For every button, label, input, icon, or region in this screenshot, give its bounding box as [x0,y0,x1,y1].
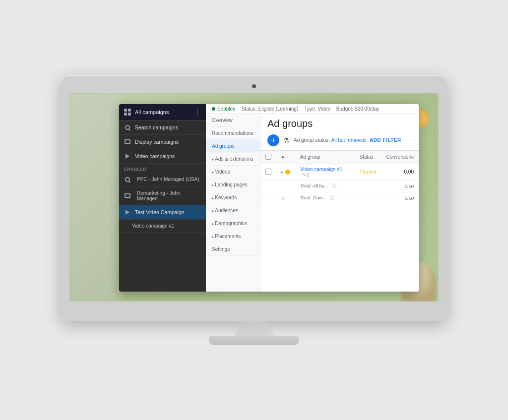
sidebar-section-enabled: Enabled [119,164,206,173]
sub-nav: Overview Recommendations Ad groups Ads &… [206,114,260,292]
col-ad-group: Ad group [295,151,354,164]
row-status-icon-cell: ▸ [276,164,295,180]
subnav-demographics[interactable]: Demographics [206,217,260,230]
filter-bar: + ⚗ Ad group status: All but removed ADD… [267,132,412,148]
total-bu-info-icon[interactable]: ⓘ [331,183,336,188]
sidebar-title: All campaigns [135,109,194,115]
row-expand-icon[interactable]: ▸ [281,170,284,175]
subnav-landing-pages-label: Landing pages [215,182,248,187]
total-row-bu: Total: All bu... ⓘ 0.00 [260,180,419,192]
sidebar-campaign-video1-label: Video campaign #1 [130,223,174,229]
sidebar-campaign-test-video[interactable]: Test Video Campaign [119,205,206,220]
col-checkbox [260,151,276,164]
subnav-keywords-label: Keywords [215,195,237,200]
top-bar: Enabled Status: Eligible (Learning) Type… [206,104,419,114]
test-video-icon [124,209,131,216]
total-cam-conversions: 0.00 [381,192,419,204]
status-enabled-label: Enabled [217,106,236,112]
screen-bezel: All campaigns ⋮ Search campaigns [61,75,447,321]
subnav-settings[interactable]: Settings [206,243,260,256]
mid-nav: Overview Recommendations Ad groups Ads &… [206,114,419,292]
sidebar-campaign-ppc-label: PPC - John Managed (USA) [135,177,199,182]
total-bu-conversions: 0.00 [381,180,419,192]
subnav-videos-label: Videos [215,169,230,175]
screen: All campaigns ⋮ Search campaigns [69,93,439,301]
subnav-ads-extensions[interactable]: Ads & extensions [206,153,260,166]
subnav-landing-pages[interactable]: Landing pages [206,179,260,191]
subnav-overview-label: Overview [212,118,233,123]
camera [252,84,256,88]
total-cam-text: Total: Cam... [300,195,327,200]
sidebar-item-video[interactable]: Video campaigns [119,149,206,164]
row-status-text: Paused [359,169,376,175]
cam-expand-icon[interactable]: ∨ [281,196,285,201]
ads-window: All campaigns ⋮ Search campaigns [119,104,419,292]
edit-icon[interactable]: ✎ [302,172,306,178]
add-filter-button[interactable]: ADD FILTER [370,137,401,143]
subnav-videos[interactable]: Videos [206,166,260,179]
stand-neck [234,321,274,336]
filter-value: All but removed [331,137,366,143]
sidebar-campaign-video1[interactable]: Video campaign #1 [119,220,206,233]
main-content: Enabled Status: Eligible (Learning) Type… [206,104,419,292]
ad-groups-table: ● Ad group Status Conversions [260,151,419,204]
ppc-search-icon [124,176,131,183]
row-status-cell: Paused [354,164,381,180]
ad-group-link[interactable]: Video campaign #1 [300,167,342,172]
sidebar-item-display-label: Display campaigns [135,139,179,145]
sidebar-campaign-remarketing[interactable]: Remarketing - John Managed [119,187,206,205]
page-content: Ad groups + ⚗ Ad group status: All but r… [260,114,419,292]
status-detail: Status: Eligible (Learning) [242,106,299,112]
budget-detail: Budget: $20.00/day [336,106,380,112]
col-status: Status [354,151,381,164]
sidebar-campaign-remarketing-label: Remarketing - John Managed [135,190,201,201]
subnav-settings-label: Settings [212,246,230,252]
header-checkbox[interactable] [265,154,271,160]
video-icon [124,153,131,160]
row-name-cell: Video campaign #1 ✎ | [295,164,354,180]
subnav-placements[interactable]: Placements [206,230,260,243]
subnav-ad-groups[interactable]: Ad groups [206,140,260,153]
cursor-placeholder: | [308,173,309,178]
sidebar: All campaigns ⋮ Search campaigns [119,104,206,292]
row-status-circle [285,170,290,175]
total-cam-info-icon[interactable]: ⓘ [329,195,334,200]
subnav-ads-extensions-label: Ads & extensions [215,156,253,162]
subnav-recommendations[interactable]: Recommendations [206,127,260,140]
grid-icon [124,109,131,116]
table-header-row: ● Ad group Status Conversions [260,151,419,164]
bg-blur-left [69,93,119,301]
subnav-audiences[interactable]: Audiences [206,204,260,217]
row-conversions-cell: 0.00 [381,164,419,180]
subnav-overview[interactable]: Overview [206,114,260,127]
total-bu-label: Total: All bu... ⓘ [295,180,354,192]
sidebar-item-display[interactable]: Display campaigns [119,135,206,149]
filter-icon[interactable]: ⚗ [283,136,290,144]
subnav-keywords[interactable]: Keywords [206,191,260,204]
sidebar-campaign-test-video-label: Test Video Campaign [135,209,185,215]
sidebar-header[interactable]: All campaigns ⋮ [119,104,206,120]
row-checkbox[interactable] [265,169,271,175]
total-cam-label: Total: Cam... ⓘ [295,192,354,204]
col-conversions: Conversions [381,151,419,164]
filter-text: Ad group status: All but removed [294,137,366,143]
sidebar-item-video-label: Video campaigns [135,153,175,159]
table-row: ▸ Video campaign #1 ✎ | [260,164,419,180]
sidebar-dots[interactable]: ⋮ [194,108,201,116]
add-ad-group-button[interactable]: + [267,134,279,146]
subnav-audiences-label: Audiences [215,208,238,213]
sidebar-campaign-ppc[interactable]: PPC - John Managed (USA) [119,173,206,187]
page-header: Ad groups + ⚗ Ad group status: All but r… [260,114,419,151]
row-checkbox-cell [260,164,276,180]
monitor: All campaigns ⋮ Search campaigns [61,75,447,345]
sidebar-item-search-label: Search campaigns [135,124,178,130]
stand-base [209,336,299,345]
display-icon [124,138,131,145]
total-row-cam: ∨ Total: Cam... ⓘ 0.00 [260,192,419,204]
subnav-recommendations-label: Recommendations [212,130,253,136]
remarketing-display-icon [124,192,131,199]
filter-label: Ad group status: [294,137,330,143]
sidebar-item-search[interactable]: Search campaigns [119,120,206,135]
subnav-demographics-label: Demographics [215,221,247,226]
page-title: Ad groups [267,118,412,129]
